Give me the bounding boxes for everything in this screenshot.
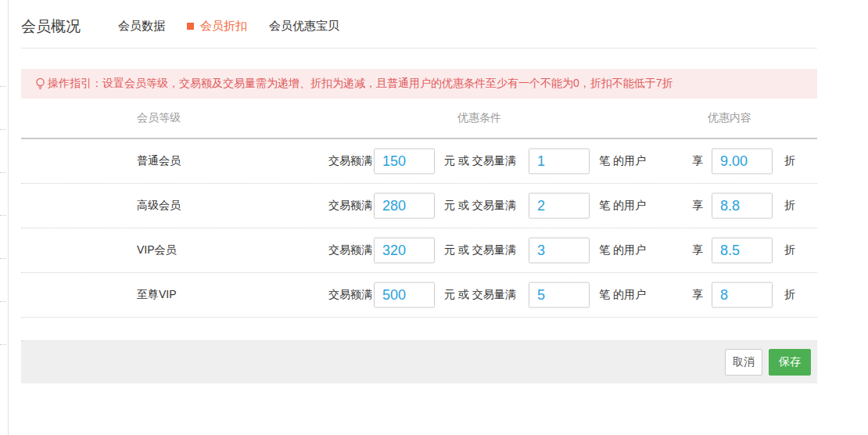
tab-label: 会员优惠宝贝: [269, 19, 339, 34]
amount-prefix-label: 交易额满: [328, 288, 372, 302]
discount-suffix-label: 折: [784, 199, 795, 213]
amount-input[interactable]: [374, 149, 435, 174]
ruler-tick: [0, 129, 6, 130]
member-discount-panel: 会员概况 会员数据 会员折扣 会员优惠宝贝 操作指引：设置会员等级，交易额及交易…: [21, 0, 817, 383]
amount-prefix-label: 交易额满: [328, 243, 372, 257]
member-level-label: 高级会员: [137, 199, 181, 213]
ruler-tick: [0, 258, 6, 259]
ruler-tick: [0, 172, 6, 173]
tab-member-promo-items[interactable]: 会员优惠宝贝: [269, 19, 339, 34]
member-level-label: 普通会员: [137, 154, 181, 168]
amount-input[interactable]: [374, 282, 435, 308]
amount-prefix-label: 交易额满: [328, 154, 372, 168]
member-level-label: 至尊VIP: [137, 288, 177, 302]
ruler-tick: [0, 301, 6, 302]
discount-suffix-label: 折: [784, 154, 795, 168]
tab-label: 会员数据: [118, 19, 165, 34]
tab-member-discount[interactable]: 会员折扣: [187, 19, 247, 34]
discount-input[interactable]: [712, 149, 773, 174]
ruler-tick: [0, 215, 6, 216]
page-title: 会员概况: [21, 16, 81, 37]
column-header-condition: 优惠条件: [457, 111, 501, 125]
count-suffix-label: 笔 的用户: [599, 243, 646, 257]
table-row: 高级会员 交易额满 元 或 交易量满 笔 的用户 享 折: [21, 184, 817, 228]
amount-input[interactable]: [374, 238, 435, 264]
page-left-rule: [8, 0, 9, 435]
discount-input[interactable]: [712, 282, 773, 308]
table-row: VIP会员 交易额满 元 或 交易量满 笔 的用户 享 折: [21, 228, 817, 273]
column-header-content: 优惠内容: [708, 111, 751, 125]
ruler-tick: [0, 344, 6, 345]
table-bottom-spacer: [21, 318, 817, 341]
table-row: 普通会员 交易额满 元 或 交易量满 笔 的用户 享 折: [21, 139, 817, 184]
or-count-label: 元 或 交易量满: [444, 288, 516, 302]
cancel-button[interactable]: 取消: [725, 349, 762, 376]
tab-bar: 会员数据 会员折扣 会员优惠宝贝: [118, 19, 361, 34]
table-row: 至尊VIP 交易额满 元 或 交易量满 笔 的用户 享 折: [21, 273, 817, 318]
table-header-row: 会员等级 优惠条件 优惠内容: [21, 99, 817, 139]
ruler-tick: [0, 86, 6, 87]
tab-member-data[interactable]: 会员数据: [118, 19, 165, 34]
column-header-level: 会员等级: [137, 111, 181, 125]
enjoy-label: 享: [692, 199, 703, 213]
enjoy-label: 享: [692, 288, 703, 302]
discount-suffix-label: 折: [784, 243, 795, 257]
save-button[interactable]: 保存: [769, 349, 811, 376]
count-input[interactable]: [529, 193, 590, 219]
tab-label: 会员折扣: [200, 19, 247, 34]
or-count-label: 元 或 交易量满: [444, 154, 516, 168]
lightbulb-icon: [35, 77, 45, 91]
action-bar: 取消 保存: [21, 341, 817, 383]
or-count-label: 元 或 交易量满: [444, 199, 516, 213]
count-suffix-label: 笔 的用户: [599, 154, 646, 168]
active-tab-marker-icon: [187, 23, 194, 30]
discount-input[interactable]: [712, 193, 773, 219]
enjoy-label: 享: [692, 154, 703, 168]
member-level-label: VIP会员: [137, 243, 177, 257]
discount-input[interactable]: [712, 238, 773, 264]
discount-suffix-label: 折: [784, 288, 795, 302]
instruction-text: 操作指引：设置会员等级，交易额及交易量需为递增、折扣为递减，且普通用户的优惠条件…: [48, 77, 673, 91]
instruction-banner: 操作指引：设置会员等级，交易额及交易量需为递增、折扣为递减，且普通用户的优惠条件…: [21, 69, 817, 99]
or-count-label: 元 或 交易量满: [444, 243, 516, 257]
count-input[interactable]: [529, 238, 590, 264]
enjoy-label: 享: [692, 243, 703, 257]
amount-prefix-label: 交易额满: [328, 199, 372, 213]
count-input[interactable]: [529, 282, 590, 308]
amount-input[interactable]: [374, 193, 435, 219]
count-suffix-label: 笔 的用户: [599, 288, 646, 302]
panel-header: 会员概况 会员数据 会员折扣 会员优惠宝贝: [21, 0, 817, 49]
count-suffix-label: 笔 的用户: [599, 199, 646, 213]
count-input[interactable]: [529, 149, 590, 174]
